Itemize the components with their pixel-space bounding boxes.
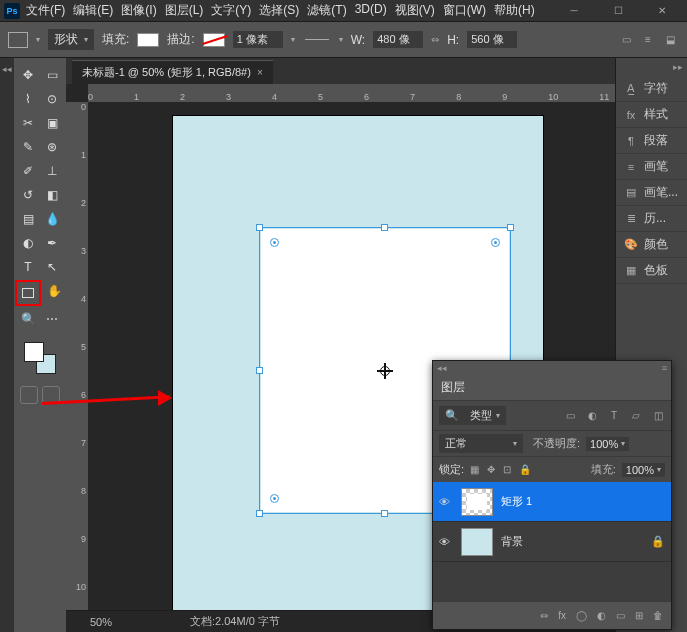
tab-close-icon[interactable]: × (257, 67, 263, 78)
expand-icon[interactable]: ▸▸ (673, 62, 683, 72)
maximize-button[interactable]: ☐ (597, 1, 639, 21)
filter-adjust-icon[interactable]: ◐ (585, 410, 599, 421)
move-tool[interactable]: ✥ (17, 64, 39, 86)
menu-3d[interactable]: 3D(D) (355, 2, 387, 19)
filter-smart-icon[interactable]: ◫ (651, 410, 665, 421)
lock-all-icon[interactable]: 🔒 (519, 464, 531, 475)
link-layers-icon[interactable]: ⇔ (540, 610, 548, 621)
stroke-type-dropdown[interactable] (303, 33, 331, 47)
screenmode-toggle[interactable] (42, 386, 60, 404)
quickmask-toggle[interactable] (20, 386, 38, 404)
panel-brush-presets[interactable]: ▤画笔... (616, 180, 687, 206)
layer-row[interactable]: 👁 背景 🔒 (433, 522, 671, 562)
marquee-tool[interactable]: ▭ (41, 64, 63, 86)
radius-handle-tl[interactable] (270, 238, 279, 247)
stroke-width-input[interactable]: 1 像素 (233, 31, 283, 48)
layer-row[interactable]: 👁 矩形 1 (433, 482, 671, 522)
shape-mode-dropdown[interactable]: 形状▾ (48, 29, 94, 50)
menu-view[interactable]: 视图(V) (395, 2, 435, 19)
more-tools[interactable]: ⋯ (41, 308, 63, 330)
frame-tool[interactable]: ▣ (41, 112, 63, 134)
layers-tab[interactable]: 图层 (433, 375, 671, 400)
pen-tool[interactable]: ✒ (41, 232, 63, 254)
lock-pixels-icon[interactable]: ▦ (470, 464, 479, 475)
panel-brushes[interactable]: ≡画笔 (616, 154, 687, 180)
zoom-level[interactable]: 50% (90, 616, 150, 628)
collapse-icon[interactable]: ◂◂ (2, 64, 12, 74)
type-tool[interactable]: T (17, 256, 39, 278)
add-fx-icon[interactable]: fx (558, 610, 566, 621)
blur-tool[interactable]: 💧 (41, 208, 63, 230)
menu-help[interactable]: 帮助(H) (494, 2, 535, 19)
new-layer-icon[interactable]: ⊞ (635, 610, 643, 621)
quick-select-tool[interactable]: ⊙ (41, 88, 63, 110)
handle-ml[interactable] (256, 367, 263, 374)
stroke-swatch[interactable] (203, 33, 225, 47)
visibility-toggle[interactable]: 👁 (439, 496, 453, 508)
blend-mode-dropdown[interactable]: 正常▾ (439, 434, 523, 453)
layer-thumbnail[interactable] (461, 528, 493, 556)
layer-name[interactable]: 矩形 1 (501, 494, 532, 509)
gradient-tool[interactable]: ▤ (17, 208, 39, 230)
eyedropper-tool[interactable]: ✎ (17, 136, 39, 158)
filter-type-dropdown[interactable]: 🔍 类型▾ (439, 406, 506, 425)
height-input[interactable]: 560 像 (467, 31, 517, 48)
add-mask-icon[interactable]: ◯ (576, 610, 587, 621)
history-brush-tool[interactable]: ↺ (17, 184, 39, 206)
heal-tool[interactable]: ⊛ (41, 136, 63, 158)
path-arrange-icon[interactable]: ⬓ (661, 31, 679, 49)
path-combine-icon[interactable]: ▭ (617, 31, 635, 49)
lock-artboard-icon[interactable]: ⊡ (503, 464, 511, 475)
menu-select[interactable]: 选择(S) (259, 2, 299, 19)
handle-bl[interactable] (256, 510, 263, 517)
panel-collapse-icon[interactable]: ◂◂ (437, 363, 447, 373)
handle-bm[interactable] (381, 510, 388, 517)
link-wh-icon[interactable]: ⇔ (431, 34, 439, 45)
panel-paragraph[interactable]: ¶段落 (616, 128, 687, 154)
lock-position-icon[interactable]: ✥ (487, 464, 495, 475)
panel-styles[interactable]: fx样式 (616, 102, 687, 128)
layer-thumbnail[interactable] (461, 488, 493, 516)
panel-history[interactable]: ≣历... (616, 206, 687, 232)
opacity-input[interactable]: 100%▾ (586, 437, 629, 451)
ruler-vertical[interactable]: 012345678910 (66, 102, 88, 610)
menu-type[interactable]: 文字(Y) (211, 2, 251, 19)
handle-tm[interactable] (381, 224, 388, 231)
stamp-tool[interactable]: ⊥ (41, 160, 63, 182)
ruler-horizontal[interactable]: 01234567891011 (88, 84, 615, 102)
zoom-tool[interactable]: 🔍 (17, 308, 39, 330)
menu-filter[interactable]: 滤镜(T) (307, 2, 346, 19)
document-tab[interactable]: 未标题-1 @ 50% (矩形 1, RGB/8#) × (72, 60, 273, 84)
delete-layer-icon[interactable]: 🗑 (653, 610, 663, 621)
visibility-toggle[interactable]: 👁 (439, 536, 453, 548)
transform-center-icon[interactable] (377, 363, 393, 379)
fill-swatch[interactable] (137, 33, 159, 47)
menu-window[interactable]: 窗口(W) (443, 2, 486, 19)
color-swatches[interactable] (22, 340, 58, 376)
panel-swatches[interactable]: ▦色板 (616, 258, 687, 284)
radius-handle-bl[interactable] (270, 494, 279, 503)
lasso-tool[interactable]: ⌇ (17, 88, 39, 110)
radius-handle-tr[interactable] (491, 238, 500, 247)
eraser-tool[interactable]: ◧ (41, 184, 63, 206)
rectangle-tool[interactable] (15, 280, 41, 306)
add-adjustment-icon[interactable]: ◐ (597, 610, 606, 621)
doc-info[interactable]: 文档:2.04M/0 字节 (190, 614, 280, 629)
close-button[interactable]: ✕ (641, 1, 683, 21)
filter-type-icon[interactable]: T (607, 410, 621, 421)
new-group-icon[interactable]: ▭ (616, 610, 625, 621)
panel-character[interactable]: A̲字符 (616, 76, 687, 102)
menu-edit[interactable]: 编辑(E) (73, 2, 113, 19)
handle-tr[interactable] (507, 224, 514, 231)
menu-image[interactable]: 图像(I) (121, 2, 156, 19)
minimize-button[interactable]: ─ (553, 1, 595, 21)
fill-opacity-input[interactable]: 100%▾ (622, 463, 665, 477)
brush-tool[interactable]: ✐ (17, 160, 39, 182)
dodge-tool[interactable]: ◐ (17, 232, 39, 254)
handle-tl[interactable] (256, 224, 263, 231)
path-select-tool[interactable]: ↖ (41, 256, 63, 278)
panel-menu-icon[interactable]: ≡ (662, 363, 667, 373)
panel-color[interactable]: 🎨颜色 (616, 232, 687, 258)
filter-pixel-icon[interactable]: ▭ (563, 410, 577, 421)
layer-name[interactable]: 背景 (501, 534, 523, 549)
